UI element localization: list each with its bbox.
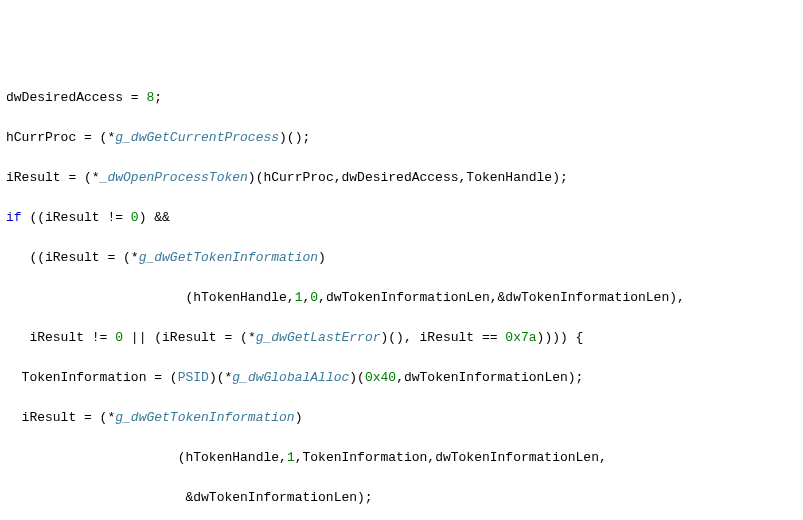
code-line: iResult = (*g_dwGetTokenInformation) <box>6 408 797 428</box>
token-op: , <box>279 450 287 465</box>
token-op: ) <box>295 410 303 425</box>
token-identifier: iResult <box>6 170 61 185</box>
code-line: &dwTokenInformationLen); <box>6 488 797 508</box>
token-op: = ( <box>146 370 177 385</box>
token-op: = (* <box>100 250 139 265</box>
token-op: != <box>100 210 131 225</box>
code-line: (hTokenHandle,1,TokenInformation,dwToken… <box>6 448 797 468</box>
token-identifier: iResult <box>45 250 100 265</box>
token-op: ); <box>568 370 584 385</box>
token-number: 1 <box>287 450 295 465</box>
token-number: 0 <box>115 330 123 345</box>
token-op: = (* <box>61 170 100 185</box>
code-line: dwDesiredAccess = 8; <box>6 88 797 108</box>
token-op: ) <box>318 250 326 265</box>
token-global: g_dwGetTokenInformation <box>115 410 294 425</box>
token-op: , <box>427 450 435 465</box>
token-op: , <box>396 370 404 385</box>
code-line: ((iResult = (*g_dwGetTokenInformation) <box>6 248 797 268</box>
token-op: ); <box>357 490 373 505</box>
token-op: == <box>474 330 505 345</box>
code-line: TokenInformation = (PSID)(*g_dwGlobalAll… <box>6 368 797 388</box>
token-op: )(); <box>279 130 310 145</box>
token-identifier: TokenInformation <box>303 450 428 465</box>
token-global: g_dwGetTokenInformation <box>139 250 318 265</box>
token-op: ) && <box>139 210 170 225</box>
token-op: , <box>318 290 326 305</box>
token-op: = (* <box>217 330 256 345</box>
token-op <box>6 370 22 385</box>
token-identifier: dwDesiredAccess <box>6 90 123 105</box>
token-op: ), <box>669 290 685 305</box>
token-op: = (* <box>76 130 115 145</box>
token-identifier: hCurrProc <box>263 170 333 185</box>
token-identifier: dwTokenInformationLen <box>326 290 490 305</box>
token-op: != <box>84 330 115 345</box>
token-global: g_dwGlobalAlloc <box>232 370 349 385</box>
token-op: , <box>287 290 295 305</box>
token-op: )))) { <box>537 330 584 345</box>
token-op: & <box>6 490 193 505</box>
token-global: g_dwGetLastError <box>256 330 381 345</box>
token-identifier: dwTokenInformationLen <box>435 450 599 465</box>
token-number: 0 <box>131 210 139 225</box>
token-op: (( <box>6 250 45 265</box>
token-op: , <box>334 170 342 185</box>
token-op: = (* <box>76 410 115 425</box>
token-identifier: hCurrProc <box>6 130 76 145</box>
code-line: if ((iResult != 0) && <box>6 208 797 228</box>
token-op: )(), <box>381 330 420 345</box>
token-identifier: dwDesiredAccess <box>342 170 459 185</box>
token-op: ( <box>6 290 193 305</box>
token-identifier: iResult <box>22 410 77 425</box>
token-number: 0x7a <box>505 330 536 345</box>
token-identifier: iResult <box>29 330 84 345</box>
token-global: _dwOpenProcessToken <box>100 170 248 185</box>
code-line: iResult != 0 || (iResult = (*g_dwGetLast… <box>6 328 797 348</box>
token-op <box>6 410 22 425</box>
token-number: 0 <box>310 290 318 305</box>
token-keyword: if <box>6 210 22 225</box>
code-line: (hTokenHandle,1,0,dwTokenInformationLen,… <box>6 288 797 308</box>
token-op: , <box>295 450 303 465</box>
token-identifier: dwTokenInformationLen <box>505 290 669 305</box>
token-identifier: dwTokenInformationLen <box>404 370 568 385</box>
token-op: ( <box>6 450 185 465</box>
token-op <box>6 330 29 345</box>
code-line: hCurrProc = (*g_dwGetCurrentProcess)(); <box>6 128 797 148</box>
token-identifier: dwTokenInformationLen <box>193 490 357 505</box>
token-identifier: TokenHandle <box>466 170 552 185</box>
token-identifier: hTokenHandle <box>193 290 287 305</box>
token-op: )(* <box>209 370 232 385</box>
token-op: ,& <box>490 290 506 305</box>
token-identifier: iResult <box>162 330 217 345</box>
token-identifier: iResult <box>420 330 475 345</box>
token-op: , <box>599 450 607 465</box>
token-op: )( <box>349 370 365 385</box>
token-op: )( <box>248 170 264 185</box>
token-global: g_dwGetCurrentProcess <box>115 130 279 145</box>
token-op: || ( <box>123 330 162 345</box>
token-op: (( <box>22 210 45 225</box>
token-identifier: hTokenHandle <box>185 450 279 465</box>
code-line: iResult = (*_dwOpenProcessToken)(hCurrPr… <box>6 168 797 188</box>
token-identifier: TokenInformation <box>22 370 147 385</box>
token-op: ); <box>552 170 568 185</box>
token-number: 0x40 <box>365 370 396 385</box>
token-type: PSID <box>178 370 209 385</box>
token-op: ; <box>154 90 162 105</box>
token-identifier: iResult <box>45 210 100 225</box>
token-op: = <box>123 90 146 105</box>
